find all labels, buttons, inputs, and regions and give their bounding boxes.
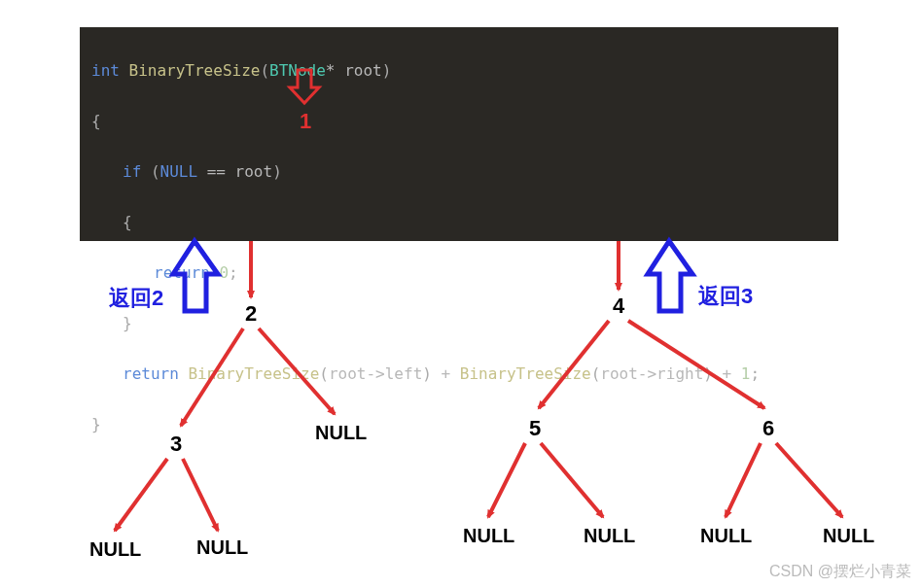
type-btnode: BTNode: [269, 61, 326, 80]
svg-line-4: [115, 459, 167, 531]
null-6l: NULL: [700, 525, 752, 547]
null-6r: NULL: [823, 525, 874, 547]
fn-name: BinaryTreeSize: [129, 61, 261, 80]
node-2: 2: [245, 301, 257, 327]
code-block: int BinaryTreeSize(BTNode* root) { if (N…: [80, 27, 838, 241]
return-right-label: 返回3: [698, 282, 753, 311]
param-root: root: [344, 61, 382, 80]
kw-if: if: [123, 162, 141, 181]
kw-null: NULL: [160, 162, 198, 181]
null-2r: NULL: [315, 422, 367, 444]
node-6: 6: [762, 416, 774, 441]
node-4: 4: [613, 294, 624, 319]
kw-int: int: [91, 61, 120, 80]
root-label-1: 1: [300, 109, 311, 134]
watermark: CSDN @摆烂小青菜: [769, 562, 911, 582]
return-left-label: 返回2: [109, 284, 163, 313]
null-3r: NULL: [196, 536, 248, 559]
kw-return: return: [154, 263, 210, 282]
node-3: 3: [170, 432, 182, 457]
node-5: 5: [529, 416, 541, 441]
svg-line-5: [183, 459, 218, 531]
null-5l: NULL: [463, 525, 514, 547]
null-3l: NULL: [89, 538, 141, 561]
null-5r: NULL: [584, 525, 635, 547]
